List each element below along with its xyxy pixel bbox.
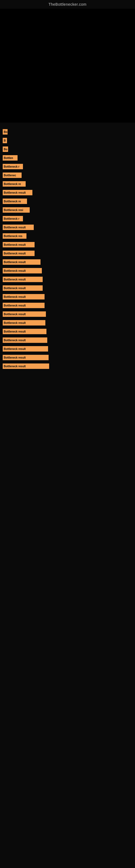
bar-row: Bottleneck result <box>3 328 132 335</box>
bar: Bottleneck r <box>3 164 23 169</box>
bar: Bottleneck result <box>3 303 45 308</box>
bar: Bottleneck result <box>3 190 32 195</box>
bar-row: Bottlenec <box>3 172 132 179</box>
bar: Bottleneck result <box>3 346 48 351</box>
bar-row: Bottleneck r <box>3 215 132 222</box>
bar-row: Bottleneck result <box>3 250 132 257</box>
bar: Bottleneck result <box>3 320 45 326</box>
bar: Bottleneck result <box>3 277 43 282</box>
bar-row: B <box>3 137 132 144</box>
bar: Bottlenec <box>3 173 21 178</box>
bar-row: Bottleneck r <box>3 163 132 170</box>
bar: B <box>3 138 7 143</box>
bar: Bottleneck result <box>3 355 49 360</box>
bar: Bottleneck result <box>3 311 46 317</box>
bar-row: Bo <box>3 128 132 135</box>
bar-row: Bottleneck result <box>3 241 132 248</box>
bars-container: BoBBoBottlenBottleneck rBottlenecBottlen… <box>0 123 135 371</box>
bar: Bottlen <box>3 155 17 161</box>
bar-row: Bo <box>3 145 132 153</box>
bar-row: Bottleneck re <box>3 180 132 188</box>
bar: Bottleneck result <box>3 329 46 334</box>
bar: Bottleneck result <box>3 242 35 247</box>
bar: Bottleneck result <box>3 364 49 369</box>
bar-row: Bottleneck result <box>3 293 132 301</box>
bar-row: Bottleneck result <box>3 302 132 309</box>
bar: Bottleneck res <box>3 233 27 239</box>
bar: Bottleneck result <box>3 251 35 256</box>
bar-row: Bottleneck result <box>3 362 132 370</box>
bar-row: Bottleneck result <box>3 354 132 361</box>
bar-row: Bottleneck result <box>3 223 132 231</box>
bar-row: Bottleneck result <box>3 284 132 292</box>
bar-row: Bottleneck result <box>3 319 132 327</box>
bar: Bottleneck r <box>3 216 23 221</box>
bar-row: Bottleneck result <box>3 276 132 283</box>
bar: Bottleneck result <box>3 294 45 300</box>
bar-row: Bottleneck res <box>3 232 132 240</box>
bar-row: Bottleneck re <box>3 197 132 205</box>
bar: Bottleneck result <box>3 285 43 291</box>
bar: Bottleneck result <box>3 259 41 265</box>
bar: Bo <box>3 147 8 152</box>
bar: Bottleneck result <box>3 225 34 230</box>
bar-row: Bottleneck result <box>3 336 132 344</box>
bar-row: Bottleneck result <box>3 189 132 196</box>
bar-row: Bottlen <box>3 154 132 162</box>
bar: Bo <box>3 129 8 134</box>
bar-row: Bottleneck resi <box>3 206 132 214</box>
bar-row: Bottleneck result <box>3 310 132 318</box>
bar-row: Bottleneck result <box>3 258 132 266</box>
bar-row: Bottleneck result <box>3 267 132 275</box>
chart-area <box>0 9 135 123</box>
bar-row: Bottleneck result <box>3 345 132 352</box>
bar: Bottleneck result <box>3 337 47 343</box>
bar: Bottleneck resi <box>3 207 30 213</box>
bar: Bottleneck result <box>3 268 42 273</box>
bar: Bottleneck re <box>3 198 27 204</box>
bar: Bottleneck re <box>3 181 26 187</box>
site-title: TheBottlenecker.com <box>0 0 135 9</box>
